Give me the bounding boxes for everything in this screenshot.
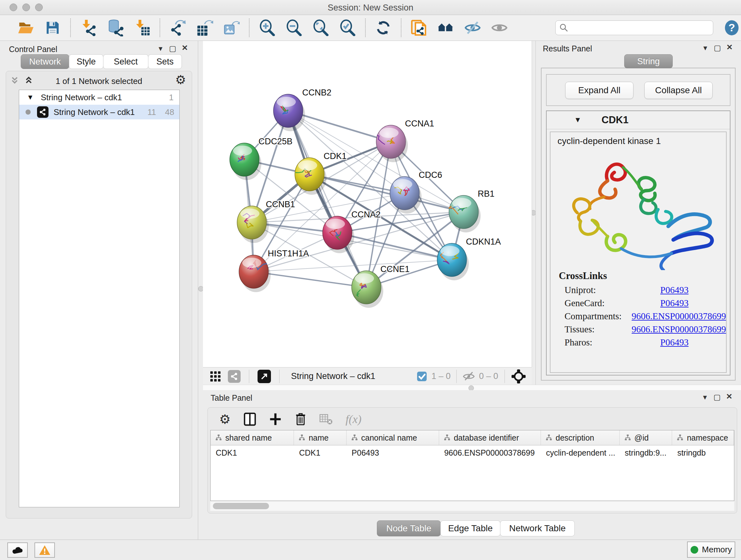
- column-header-canonical-name[interactable]: canonical name: [347, 430, 439, 445]
- warnings-button[interactable]: [35, 543, 55, 558]
- table-cell: 9606.ENSP00000378699: [439, 445, 541, 460]
- export-image-button[interactable]: [222, 18, 241, 37]
- network-view-type-icon[interactable]: [228, 370, 241, 383]
- delete-table-icon[interactable]: [320, 414, 333, 425]
- expand-all-button[interactable]: Expand All: [565, 82, 633, 99]
- add-column-icon[interactable]: [269, 412, 282, 426]
- tab-network-table[interactable]: Network Table: [500, 520, 575, 537]
- import-network-from-database-button[interactable]: [106, 18, 125, 37]
- network-node-CDC6[interactable]: [390, 177, 419, 210]
- tab-string[interactable]: String: [624, 54, 673, 68]
- network-node-CDK1[interactable]: [295, 158, 324, 191]
- tab-select[interactable]: Select: [103, 54, 148, 69]
- function-builder-icon[interactable]: f(x): [346, 413, 361, 426]
- crosslink-link-genecard-[interactable]: P06493: [660, 298, 689, 308]
- application-window: Session: New Session: [0, 0, 741, 560]
- selected-checkbox-icon[interactable]: [417, 371, 427, 381]
- tab-sets[interactable]: Sets: [148, 54, 182, 69]
- column-header-shared-name[interactable]: shared name: [211, 430, 294, 445]
- column-header-database-identifier[interactable]: database identifier: [439, 430, 541, 445]
- network-node-CDKN1A[interactable]: [437, 243, 467, 276]
- delete-column-icon[interactable]: [294, 412, 307, 426]
- show-all-networks-button[interactable]: [436, 18, 455, 37]
- network-node-CDC25B[interactable]: [230, 143, 259, 176]
- control-panel-float-button[interactable]: ▢: [167, 44, 178, 53]
- network-node-CCNB2[interactable]: [273, 94, 303, 127]
- grid-view-icon[interactable]: [210, 371, 221, 382]
- fit-selected-crosshair-icon[interactable]: [511, 369, 526, 384]
- tab-style[interactable]: Style: [69, 54, 104, 69]
- network-canvas[interactable]: CCNB2CCNA1CDC25BCDK1CDC6RB1CCNB1CCNA2CDK…: [203, 41, 532, 367]
- node-label-CCNE1: CCNE1: [381, 264, 410, 274]
- network-node-CCNE1[interactable]: [352, 271, 381, 304]
- export-network-icon: [170, 19, 186, 36]
- column-header--id[interactable]: @id: [620, 430, 672, 445]
- control-panel-close-button[interactable]: ✕: [179, 44, 190, 52]
- clone-network-button[interactable]: [410, 18, 428, 37]
- column-header-name[interactable]: name: [294, 430, 347, 445]
- collection-label: String Network – cdk1: [41, 92, 122, 103]
- crosslink-row: GeneCard:P06493: [550, 297, 726, 310]
- export-network-button[interactable]: [169, 18, 187, 37]
- results-panel-float-button[interactable]: ▢: [712, 44, 723, 52]
- network-graph[interactable]: CCNB2CCNA1CDC25BCDK1CDC6RB1CCNB1CCNA2CDK…: [203, 41, 532, 367]
- gene-collapse-triangle[interactable]: ▼: [574, 116, 582, 124]
- network-node-CCNB1[interactable]: [237, 206, 266, 239]
- export-table-button[interactable]: [195, 18, 214, 37]
- zoom-in-button[interactable]: [258, 18, 276, 37]
- crosslink-link-compartments-[interactable]: 9606.ENSP00000378699: [631, 311, 726, 321]
- network-row-selected[interactable]: String Network – cdk1 11 48: [19, 105, 179, 119]
- table-horizontal-scrollbar[interactable]: [210, 501, 734, 511]
- column-header-description[interactable]: description: [541, 430, 620, 445]
- table-panel-float-button[interactable]: ▢: [712, 393, 723, 401]
- cloud-status-button[interactable]: [7, 543, 28, 558]
- show-hidden-button[interactable]: [490, 18, 509, 37]
- network-collection-row[interactable]: ▼ String Network – cdk1 1: [19, 90, 179, 105]
- save-session-button[interactable]: [44, 18, 62, 37]
- apply-preferred-layout-button[interactable]: [374, 18, 393, 37]
- open-session-button[interactable]: [17, 18, 35, 37]
- zoom-out-button[interactable]: [285, 18, 303, 37]
- collection-expand-triangle[interactable]: ▼: [27, 93, 34, 102]
- crosslink-link-uniprot-[interactable]: P06493: [660, 285, 689, 295]
- show-columns-icon[interactable]: [244, 412, 256, 426]
- zoom-selected-button[interactable]: [338, 18, 357, 37]
- results-panel-close-button[interactable]: ✕: [724, 43, 735, 52]
- zoom-fit-content-button[interactable]: [312, 18, 330, 37]
- network-edge-CCNA2-CDKN1A[interactable]: [337, 233, 452, 260]
- network-edge-CDK1-RB1[interactable]: [310, 174, 464, 212]
- table-panel-collapse-button[interactable]: ▾: [699, 393, 711, 401]
- hide-selected-button[interactable]: [463, 18, 482, 37]
- search-input[interactable]: [568, 23, 707, 33]
- tab-network[interactable]: Network: [21, 54, 69, 69]
- memory-button[interactable]: Memory: [687, 542, 735, 558]
- tab-node-table[interactable]: Node Table: [377, 520, 441, 537]
- hidden-eye-slash-icon[interactable]: [462, 371, 475, 382]
- crosslinks-title: CrossLinks: [550, 270, 726, 282]
- tab-edge-table[interactable]: Edge Table: [441, 520, 500, 537]
- birdseye-view-icon[interactable]: [258, 370, 271, 383]
- table-panel-close-button[interactable]: ✕: [724, 392, 735, 401]
- collapse-all-button[interactable]: Collapse All: [644, 82, 713, 99]
- network-node-RB1[interactable]: [449, 195, 478, 229]
- network-node-CCNA1[interactable]: [376, 125, 406, 159]
- table-options-gear-icon[interactable]: ⚙: [219, 413, 231, 426]
- network-edge-HIST1H1A-CCNE1[interactable]: [254, 272, 366, 287]
- network-edge-CCNB2-CCNE1[interactable]: [288, 111, 366, 287]
- control-panel-collapse-button[interactable]: ▾: [155, 44, 166, 53]
- column-header-namespace[interactable]: namespace: [672, 430, 734, 445]
- network-list-options-gear-icon[interactable]: ⚙: [175, 74, 186, 86]
- table-row[interactable]: CDK1CDK1P064939606.ENSP00000378699cyclin…: [211, 445, 734, 460]
- network-node-CCNA2[interactable]: [323, 216, 352, 249]
- search-box[interactable]: [555, 20, 713, 35]
- help-button[interactable]: ?: [723, 18, 741, 37]
- node-highlight: [380, 128, 399, 138]
- crosslink-link-pharos-[interactable]: P06493: [660, 337, 689, 348]
- network-node-HIST1H1A[interactable]: [239, 255, 268, 288]
- import-network-button[interactable]: [79, 18, 98, 37]
- import-table-button[interactable]: [133, 18, 151, 37]
- results-panel-collapse-button[interactable]: ▾: [700, 44, 711, 52]
- gene-section-header[interactable]: ▼ CDK1: [547, 111, 730, 129]
- scrollbar-thumb[interactable]: [213, 503, 269, 509]
- crosslink-link-tissues-[interactable]: 9606.ENSP00000378699: [631, 324, 726, 334]
